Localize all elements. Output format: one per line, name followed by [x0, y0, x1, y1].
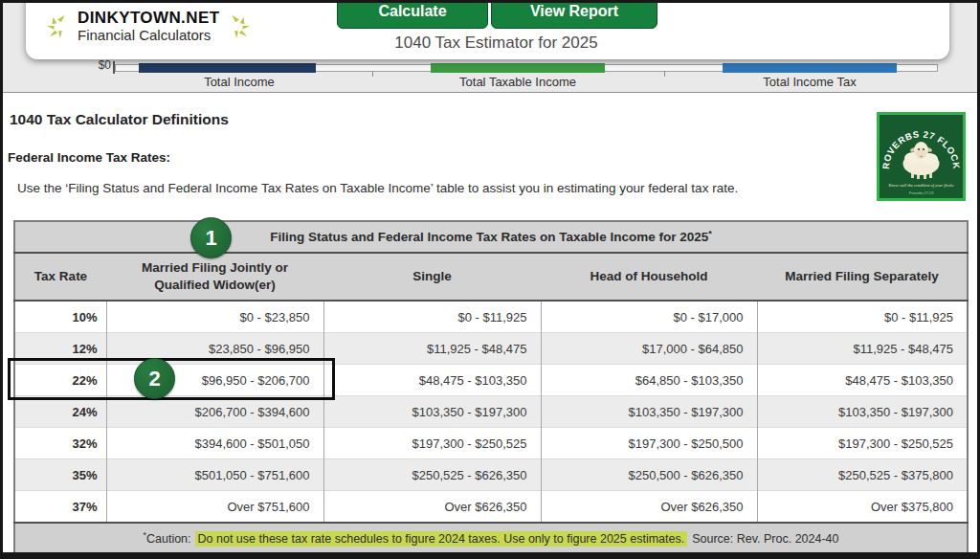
- table-title: Filing Status and Federal Income Tax Rat…: [14, 221, 968, 253]
- table-title-row: Filing Status and Federal Income Tax Rat…: [14, 221, 968, 253]
- axis-start-tick: [113, 61, 115, 74]
- table-row: 10% $0 - $23,850 $0 - $11,925 $0 - $17,0…: [14, 301, 968, 333]
- mfs-cell: $11,925 - $48,475: [757, 333, 968, 365]
- single-cell: $48,475 - $103,350: [323, 365, 541, 396]
- bar-total-income: [139, 63, 316, 73]
- mfj-cell: Over $751,600: [106, 491, 323, 524]
- dinkytown-logo[interactable]: DINKYTOWN.NET Financial Calculators: [47, 10, 250, 43]
- mfj-cell: $0 - $23,850: [106, 301, 323, 333]
- single-cell: $197,300 - $250,525: [323, 428, 541, 459]
- proverbs-27-flocks-logo: PROVERBS 27 FLOCKS Know well the conditi…: [877, 112, 966, 201]
- col-header-mfj-line2: Qualified Widow(er): [106, 277, 323, 294]
- annotation-step-1: 1: [190, 217, 232, 258]
- screenshot-root: $0 Total Income Total Taxable Income Tot…: [0, 0, 980, 559]
- mfs-cell: Over $375,800: [757, 491, 968, 524]
- tax-rate-cell: 10%: [14, 301, 106, 333]
- single-cell: $103,350 - $197,300: [323, 396, 541, 428]
- table-row: 35% $501,050 - $751,600 $250,525 - $626,…: [14, 459, 968, 491]
- definitions-heading: 1040 Tax Calculator Definitions: [10, 111, 229, 128]
- bar-label-total-income-tax: Total Income Tax: [704, 75, 915, 89]
- tax-rate-cell: 37%: [14, 491, 106, 524]
- col-header-mfj-line1: Married Filing Jointly or: [106, 259, 323, 277]
- logo-script-text: Know well the condition of your flocks: [888, 183, 954, 188]
- single-cell: $0 - $11,925: [323, 301, 541, 333]
- bar-label-total-income: Total Income: [134, 75, 345, 89]
- hoh-cell: $64,850 - $103,350: [541, 365, 757, 396]
- calculate-button[interactable]: Calculate: [337, 0, 488, 29]
- hoh-cell: Over $626,350: [541, 491, 757, 524]
- mfj-cell: $206,700 - $394,600: [106, 396, 323, 428]
- bar-label-total-taxable-income: Total Taxable Income: [412, 75, 623, 89]
- col-header-single: Single: [323, 253, 541, 301]
- axis-tick: [664, 72, 665, 77]
- hoh-cell: $103,350 - $197,300: [541, 396, 757, 428]
- bar-total-income-tax: [723, 63, 897, 73]
- mfj-cell: $394,600 - $501,050: [106, 428, 323, 459]
- page-title: 1040 Tax Estimator for 2025: [337, 34, 656, 53]
- starburst-icon: [225, 14, 250, 39]
- caution-note: *Caution:Do not use these tax rate sched…: [14, 523, 968, 555]
- tax-rate-cell: 32%: [14, 428, 106, 459]
- bar-total-taxable-income: [431, 63, 605, 73]
- starburst-icon: [47, 14, 72, 39]
- axis-tick: [372, 72, 373, 77]
- table-row: 32% $394,600 - $501,050 $197,300 - $250,…: [14, 428, 968, 459]
- mfs-cell: $250,525 - $375,800: [757, 459, 968, 491]
- single-cell: Over $626,350: [323, 491, 541, 524]
- table-footer-row: *Caution:Do not use these tax rate sched…: [14, 523, 968, 555]
- col-header-hoh: Head of Household: [541, 253, 757, 301]
- single-cell: $250,525 - $626,350: [323, 459, 541, 491]
- mfj-cell: $501,050 - $751,600: [106, 459, 323, 491]
- header-card: DINKYTOWN.NET Financial Calculators Calc…: [26, 0, 949, 59]
- table-title-text: Filing Status and Federal Income Tax Rat…: [270, 230, 708, 244]
- table-title-note-mark: *: [708, 229, 712, 238]
- hoh-cell: $0 - $17,000: [541, 301, 757, 333]
- single-cell: $11,925 - $48,475: [323, 333, 541, 365]
- axis-origin-label: $0: [84, 58, 111, 72]
- mfs-cell: $103,350 - $197,300: [757, 396, 968, 428]
- table-row: 24% $206,700 - $394,600 $103,350 - $197,…: [14, 396, 968, 428]
- brand-text: DINKYTOWN.NET Financial Calculators: [78, 10, 219, 43]
- brand-title: DINKYTOWN.NET: [78, 10, 219, 28]
- instruction-text: Use the ‘Filing Status and Federal Incom…: [17, 181, 738, 195]
- mfs-cell: $0 - $11,925: [757, 301, 968, 333]
- hoh-cell: $17,000 - $64,850: [541, 333, 757, 365]
- mfs-cell: $197,300 - $250,525: [757, 428, 968, 459]
- col-header-tax-rate: Tax Rate: [14, 253, 106, 301]
- hoh-cell: $197,300 - $250,500: [541, 428, 757, 459]
- caution-source: Source: Rev. Proc. 2024-40: [692, 532, 838, 546]
- tax-rate-cell: 24%: [14, 396, 106, 428]
- tax-rate-cell: 35%: [14, 459, 106, 491]
- view-report-button[interactable]: View Report: [491, 0, 657, 29]
- hoh-cell: $250,500 - $626,350: [541, 459, 757, 491]
- federal-rates-subheading: Federal Income Tax Rates:: [8, 150, 170, 165]
- brand-subtitle: Financial Calculators: [78, 28, 219, 44]
- col-header-mfj: Married Filing Jointly or Qualified Wido…: [106, 253, 323, 301]
- caution-prefix: Caution:: [146, 532, 191, 546]
- annotation-step-2: 2: [134, 358, 175, 399]
- mfs-cell: $48,475 - $103,350: [757, 365, 968, 396]
- col-header-mfs: Married Filing Separately: [757, 253, 968, 301]
- table-row: 37% Over $751,600 Over $626,350 Over $62…: [14, 491, 968, 524]
- table-header-row: Tax Rate Married Filing Jointly or Quali…: [14, 253, 968, 301]
- caution-highlighted-text: Do not use these tax rate schedules to f…: [195, 531, 688, 547]
- logo-footnote-text: Proverbs 27:23: [909, 191, 934, 195]
